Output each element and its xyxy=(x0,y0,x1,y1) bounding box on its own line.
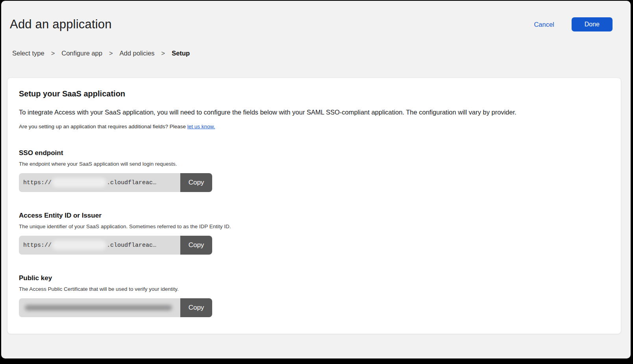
breadcrumb-separator: > xyxy=(109,50,113,57)
page-header: Add an application Cancel Done xyxy=(1,1,631,31)
breadcrumb-separator: > xyxy=(51,50,55,57)
done-button[interactable]: Done xyxy=(572,17,613,31)
field-access-entity-id: Access Entity ID or Issuer The unique id… xyxy=(19,212,605,255)
card-title: Setup your SaaS application xyxy=(19,89,605,98)
public-key-value-box: Copy xyxy=(19,298,212,317)
access-entity-id-label: Access Entity ID or Issuer xyxy=(19,212,605,220)
value-prefix: https:// xyxy=(23,179,52,186)
additional-fields-note: Are you setting up an application that r… xyxy=(19,124,605,129)
breadcrumb-item-add-policies[interactable]: Add policies xyxy=(120,50,155,57)
note-text: Are you setting up an application that r… xyxy=(19,124,186,129)
card-intro: To integrate Access with your SaaS appli… xyxy=(19,108,605,116)
value-suffix: .cloudflareac… xyxy=(107,242,156,249)
redacted-value xyxy=(52,240,106,250)
sso-endpoint-value-box: https:// .cloudflareac… Copy xyxy=(19,173,212,192)
redacted-value xyxy=(52,178,106,187)
breadcrumb-item-configure-app[interactable]: Configure app xyxy=(61,50,102,57)
sso-endpoint-description: The endpoint where your SaaS application… xyxy=(19,161,605,167)
public-key-label: Public key xyxy=(19,274,605,282)
setup-card: Setup your SaaS application To integrate… xyxy=(7,78,621,334)
sso-endpoint-value: https:// .cloudflareac… xyxy=(19,173,180,192)
access-entity-id-copy-button[interactable]: Copy xyxy=(180,236,212,255)
breadcrumb-item-setup[interactable]: Setup xyxy=(172,50,190,57)
access-entity-id-value: https:// .cloudflareac… xyxy=(19,236,180,255)
let-us-know-link[interactable]: let us know. xyxy=(187,124,215,129)
public-key-description: The Access Public Certificate that will … xyxy=(19,286,605,292)
value-prefix: https:// xyxy=(23,242,52,249)
app-window: Add an application Cancel Done Select ty… xyxy=(1,1,631,358)
access-entity-id-value-box: https:// .cloudflareac… Copy xyxy=(19,236,212,255)
breadcrumb-item-select-type[interactable]: Select type xyxy=(12,50,44,57)
breadcrumb-separator: > xyxy=(161,50,165,57)
breadcrumb: Select type > Configure app > Add polici… xyxy=(12,50,631,57)
sso-endpoint-copy-button[interactable]: Copy xyxy=(180,173,212,192)
public-key-value xyxy=(19,298,180,317)
cancel-button[interactable]: Cancel xyxy=(534,21,554,28)
redacted-value xyxy=(25,305,172,310)
value-suffix: .cloudflareac… xyxy=(107,179,156,186)
header-actions: Cancel Done xyxy=(534,17,613,31)
field-sso-endpoint: SSO endpoint The endpoint where your Saa… xyxy=(19,149,605,192)
sso-endpoint-label: SSO endpoint xyxy=(19,149,605,157)
public-key-copy-button[interactable]: Copy xyxy=(180,298,212,317)
access-entity-id-description: The unique identifier of your SaaS appli… xyxy=(19,224,605,229)
field-public-key: Public key The Access Public Certificate… xyxy=(19,274,605,317)
page-title: Add an application xyxy=(10,17,112,31)
